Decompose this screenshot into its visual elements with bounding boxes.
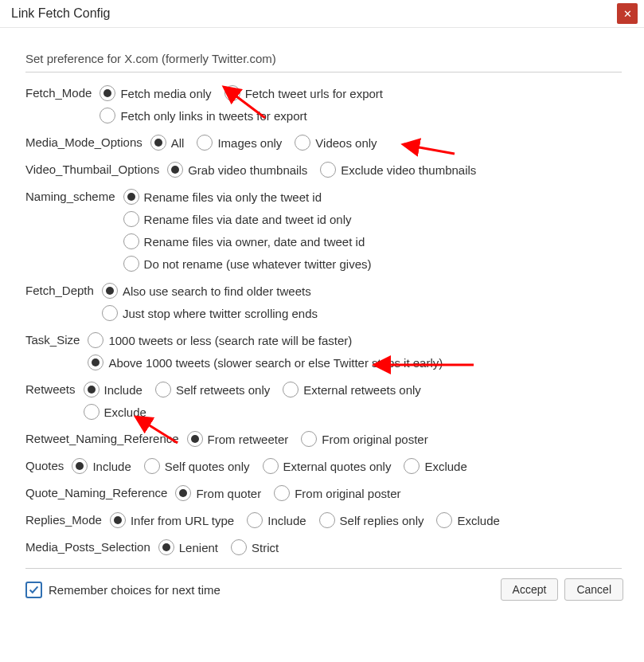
radio-label: Infer from URL type — [131, 514, 234, 527]
accept-button[interactable]: Accept — [501, 578, 559, 601]
radio-include[interactable]: Include — [84, 382, 142, 398]
group-fetch-depth: Fetch_DepthAlso use search to find older… — [25, 280, 622, 324]
group-task-size: Task_Size1000 tweets or less (search rat… — [25, 329, 622, 374]
radio-all[interactable]: All — [150, 135, 185, 151]
close-icon: ✕ — [623, 8, 632, 20]
radio-r-include[interactable]: Include — [247, 512, 306, 528]
remember-checkbox[interactable]: Remember choices for next time — [25, 582, 221, 598]
radio-label: Rename files via only the tweet id — [144, 190, 322, 204]
radio-dot-icon — [231, 539, 247, 555]
title-bar: Link Fetch Config ✕ — [0, 0, 644, 28]
radio-q-include[interactable]: Include — [72, 458, 131, 474]
radio-dot-icon — [175, 485, 191, 501]
group-label: Task_Size — [25, 329, 88, 347]
radio-above-1000[interactable]: Above 1000 tweets (slower search or else… — [88, 355, 443, 370]
radio-dot-icon — [295, 135, 310, 151]
radio-dot-icon — [123, 256, 139, 272]
group-retweet-naming-reference: Retweet_Naming_ReferenceFrom retweeterFr… — [25, 428, 622, 450]
cancel-button[interactable]: Cancel — [564, 578, 623, 601]
radio-q-exclude[interactable]: Exclude — [404, 458, 466, 474]
options: From retweeterFrom original poster — [187, 428, 441, 450]
radio-dot-icon — [100, 108, 115, 123]
radio-label: From original poster — [322, 433, 427, 446]
options: Also use search to find older tweetsJust… — [102, 280, 330, 324]
radio-dot-icon — [110, 512, 126, 528]
radio-do-not-rename[interactable]: Do not rename (use whatever twitter give… — [123, 256, 372, 272]
radio-rename-tweet-id[interactable]: Rename files via only the tweet id — [123, 189, 322, 205]
radio-r-self[interactable]: Self replies only — [319, 512, 424, 528]
radio-infer[interactable]: Infer from URL type — [110, 512, 234, 528]
group-media-posts-selection: Media_Posts_SelectionLenientStrict — [25, 536, 622, 558]
group-label: Replies_Mode — [25, 509, 110, 527]
radio-exclude-video-thumbs[interactable]: Exclude video thumbnails — [320, 162, 476, 178]
option-row: LenientStrict — [158, 536, 291, 558]
radio-grab-video-thumbs[interactable]: Grab video thumbnails — [167, 162, 307, 178]
radio-rename-owner-date-id[interactable]: Rename files via owner, date and tweet i… — [123, 233, 365, 249]
radio-dot-icon — [144, 458, 160, 474]
close-button[interactable]: ✕ — [617, 3, 638, 24]
radio-label: External retweets only — [303, 383, 421, 397]
radio-q-external[interactable]: External quotes only — [263, 458, 392, 474]
option-row: Just stop where twitter scrolling ends — [102, 302, 330, 324]
radio-dot-icon — [301, 431, 317, 447]
radio-r-exclude[interactable]: Exclude — [436, 512, 499, 528]
radio-label: Exclude — [424, 460, 466, 473]
group-label: Video_Thumbail_Options — [25, 159, 167, 176]
radio-use-search[interactable]: Also use search to find older tweets — [102, 283, 311, 299]
radio-label: Self replies only — [340, 514, 424, 527]
radio-label: From quoter — [196, 487, 261, 500]
radio-from-retweeter[interactable]: From retweeter — [187, 431, 289, 447]
radio-dot-icon — [263, 458, 279, 474]
option-row: Above 1000 tweets (slower search or else… — [88, 351, 455, 374]
radio-videos-only[interactable]: Videos only — [295, 135, 377, 151]
option-row: Rename files via date and tweet id only — [123, 208, 384, 230]
radio-q-self[interactable]: Self quotes only — [144, 458, 250, 474]
radio-rename-date-id[interactable]: Rename files via date and tweet id only — [123, 211, 352, 227]
options: IncludeSelf retweets onlyExternal retwee… — [84, 378, 434, 423]
radio-label: Exclude — [457, 514, 499, 527]
radio-label: Rename files via owner, date and tweet i… — [144, 235, 365, 249]
dialog-window: Link Fetch Config ✕ Set preference for X… — [0, 0, 644, 662]
option-row: Grab video thumbnailsExclude video thumb… — [167, 159, 489, 181]
radio-fetch-media-only[interactable]: Fetch media only — [100, 85, 211, 101]
radio-dot-icon — [72, 458, 88, 474]
group-label: Quotes — [25, 455, 72, 472]
group-label: Naming_scheme — [25, 186, 123, 203]
option-row: Rename files via only the tweet id — [123, 186, 384, 208]
radio-dot-icon — [150, 135, 166, 151]
group-retweets: RetweetsIncludeSelf retweets onlyExterna… — [25, 378, 622, 423]
page-subtitle: Set preference for X.com (formerly Twitt… — [25, 52, 622, 65]
radio-stop-scroll[interactable]: Just stop where twitter scrolling ends — [102, 305, 318, 321]
radio-dot-icon — [320, 162, 336, 178]
radio-from-original-poster[interactable]: From original poster — [301, 431, 427, 447]
option-row: From retweeterFrom original poster — [187, 428, 441, 450]
radio-self-retweets[interactable]: Self retweets only — [155, 382, 270, 398]
radio-under-1000[interactable]: 1000 tweets or less (search rate will be… — [88, 332, 352, 348]
radio-label: Videos only — [315, 136, 377, 150]
radio-q-from-original[interactable]: From original poster — [274, 485, 400, 501]
group-label: Retweets — [25, 378, 84, 396]
group-quotes: QuotesIncludeSelf quotes onlyExternal qu… — [25, 455, 622, 477]
group-quote-naming-reference: Quote_Naming_ReferenceFrom quoterFrom or… — [25, 482, 622, 504]
radio-dot-icon — [123, 233, 139, 249]
radio-dot-icon — [283, 382, 299, 398]
radio-label: 1000 tweets or less (search rate will be… — [108, 334, 352, 347]
radio-lenient[interactable]: Lenient — [158, 539, 218, 555]
radio-external-retweets[interactable]: External retweets only — [283, 382, 421, 398]
radio-dot-icon — [247, 512, 263, 528]
radio-fetch-tweet-urls[interactable]: Fetch tweet urls for export — [224, 85, 383, 101]
options: Fetch media onlyFetch tweet urls for exp… — [100, 82, 396, 127]
option-row: From quoterFrom original poster — [175, 482, 413, 504]
radio-images-only[interactable]: Images only — [197, 135, 282, 151]
group-media-mode-options: Media_Mode_OptionsAllImages onlyVideos o… — [25, 131, 622, 154]
radio-label: Self retweets only — [176, 383, 270, 397]
remember-label: Remember choices for next time — [49, 583, 221, 597]
radio-fetch-only-links[interactable]: Fetch only links in tweets for export — [100, 108, 306, 123]
radio-dot-icon — [167, 162, 183, 178]
group-video-thumbnail-options: Video_Thumbail_OptionsGrab video thumbna… — [25, 159, 622, 181]
options: AllImages onlyVideos only — [150, 131, 390, 154]
radio-label: Do not rename (use whatever twitter give… — [144, 257, 372, 271]
radio-from-quoter[interactable]: From quoter — [175, 485, 261, 501]
radio-exclude[interactable]: Exclude — [84, 404, 146, 420]
radio-strict[interactable]: Strict — [231, 539, 279, 555]
